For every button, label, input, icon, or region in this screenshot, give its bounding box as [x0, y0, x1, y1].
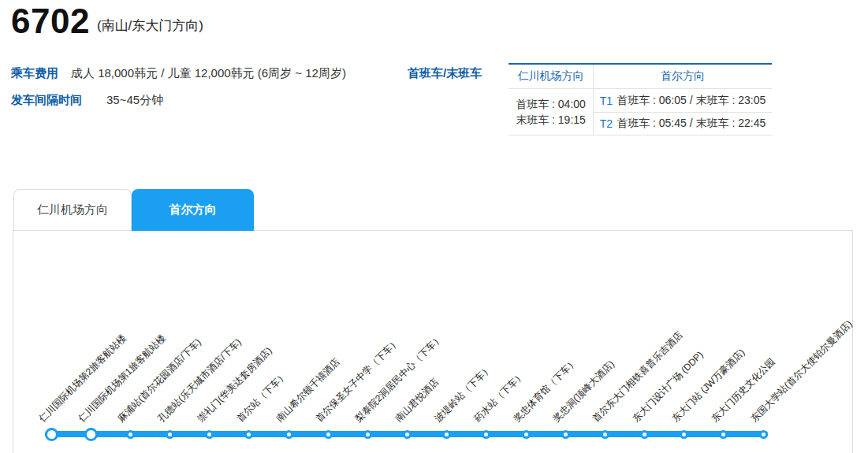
column-header-seoul: 首尔方向: [594, 65, 772, 88]
fare-label: 乘车费用: [11, 66, 58, 81]
first-last-bus-table: 仁川机场方向 首尔方向 首班车 : 04:00 末班车 : 19:15 T1 首…: [509, 63, 772, 136]
stop-dot: [522, 430, 531, 439]
stop-dot: [719, 430, 728, 439]
stop-label: 奖忠体育馆（下车）: [511, 355, 580, 425]
stop-dot: [285, 430, 293, 439]
route-map-panel: 仁川国际机场第2旅客航站楼仁川国际机场第1旅客航站楼麻浦站(首尔花园酒店/下车)…: [13, 230, 853, 453]
terminal-t2-label: T2: [600, 117, 613, 130]
incheon-first-bus: 首班车 : 04:00: [516, 96, 586, 112]
tab-seoul-direction[interactable]: 首尔方向: [132, 189, 254, 231]
seoul-t1-times: T1 首班车 : 06:05 / 末班车 : 23:05: [594, 89, 772, 112]
first-last-bus-label: 首班车/末班车: [408, 66, 482, 81]
page: 6702 (南山/东大门方向) 乘车费用 成人 18,000韩元 / 儿童 12…: [0, 0, 868, 453]
stop-dot: [244, 430, 253, 439]
stop-dot: [324, 430, 333, 439]
route-direction-subtitle: (南山/东大门方向): [97, 17, 203, 35]
stop-dot: [680, 430, 688, 439]
stop-dot: [759, 430, 768, 439]
stop-dot: [84, 428, 98, 441]
route-number: 6702: [11, 3, 90, 39]
stop-dot: [126, 430, 135, 439]
interval-label: 发车间隔时间: [11, 93, 82, 108]
stop-dot: [601, 430, 609, 439]
seoul-t2-text: 首班车 : 05:45 / 末班车 : 22:45: [617, 117, 766, 131]
stop-label: 崇礼门(华美达套房酒店): [194, 344, 274, 425]
column-header-incheon: 仁川机场方向: [509, 65, 594, 88]
stop-dot: [403, 430, 412, 439]
seoul-t1-text: 首班车 : 06:05 / 末班车 : 23:05: [617, 94, 766, 108]
stop-dot: [363, 430, 372, 439]
stop-dot: [640, 430, 649, 439]
page-title: 6702 (南山/东大门方向): [11, 3, 203, 39]
stop-label: 南山希尔顿千禧酒店: [274, 355, 343, 425]
stop-dot: [166, 430, 174, 439]
incheon-last-bus: 末班车 : 19:15: [516, 112, 586, 128]
terminal-t1-label: T1: [600, 95, 613, 107]
stop-dot: [561, 430, 570, 439]
stop-dot: [45, 428, 58, 441]
stop-dot: [442, 430, 451, 439]
stop-label: 东大门设计广场 (DDP): [629, 348, 706, 425]
tab-incheon-airport-direction[interactable]: 仁川机场方向: [13, 189, 132, 230]
incheon-direction-times: 首班车 : 04:00 末班车 : 19:15: [509, 89, 594, 135]
fare-value: 成人 18,000韩元 / 儿童 12,000韩元 (6周岁 ~ 12周岁): [71, 66, 346, 81]
stop-label: 东大门站 (JW万豪酒店): [669, 347, 747, 425]
stop-dot: [482, 430, 490, 439]
interval-value: 35~45分钟: [106, 93, 163, 108]
table-header-row: 仁川机场方向 首尔方向: [509, 65, 772, 89]
seoul-t2-times: T2 首班车 : 05:45 / 末班车 : 22:45: [594, 112, 772, 135]
stop-dot: [205, 430, 214, 439]
